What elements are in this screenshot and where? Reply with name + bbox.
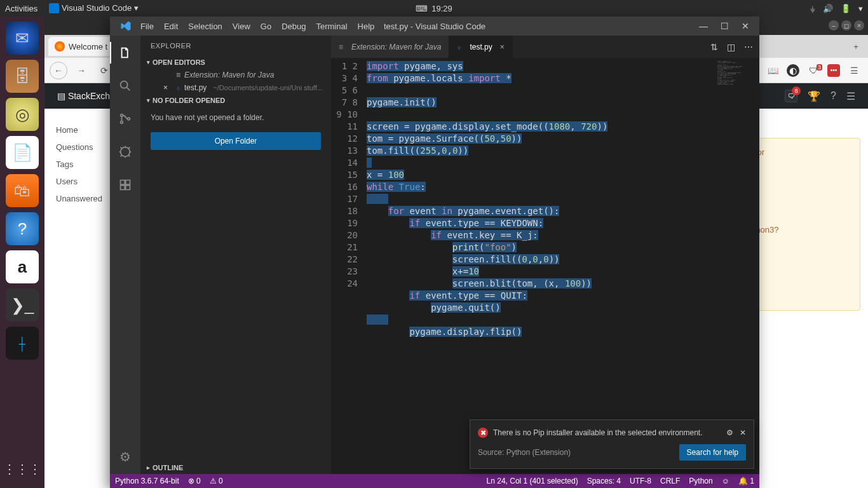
maximize-button[interactable]: ☐ xyxy=(721,21,729,31)
ff-close-icon[interactable]: × xyxy=(854,20,864,30)
open-folder-button[interactable]: Open Folder xyxy=(151,132,321,150)
minimap[interactable]: import pygame, sysfrom pygame.locals imp… xyxy=(715,58,759,474)
status-warnings[interactable]: ⚠ 0 xyxy=(210,477,223,485)
no-folder-section[interactable]: NO FOLDER OPENED xyxy=(140,94,331,107)
battery-icon[interactable]: 🔋 xyxy=(841,4,851,13)
close-editor-icon[interactable]: × xyxy=(163,83,172,92)
compare-icon[interactable]: ⇅ xyxy=(710,42,718,52)
status-encoding[interactable]: UTF-8 xyxy=(630,477,651,485)
svg-rect-8 xyxy=(126,186,130,190)
volume-icon[interactable]: 🔊 xyxy=(823,4,833,13)
sidebar-item-home[interactable]: Home xyxy=(50,121,114,139)
activities-label[interactable]: Activities xyxy=(5,4,37,13)
menu-selection[interactable]: Selection xyxy=(188,22,222,31)
rhythmbox-launcher[interactable]: ◎ xyxy=(6,98,39,131)
writer-launcher[interactable]: 📄 xyxy=(6,136,39,169)
sidebar-item-unanswered[interactable]: Unanswered xyxy=(50,190,114,207)
window-title: test.py - Visual Studio Code xyxy=(384,22,485,31)
python-file-icon: ⬨ xyxy=(176,83,180,92)
menu-help[interactable]: Help xyxy=(358,22,375,31)
notification-gear-icon[interactable]: ⚙ xyxy=(726,428,733,437)
ff-max-icon[interactable]: ◻ xyxy=(841,20,851,30)
open-editor-testpy[interactable]: × ⬨ test.py ~/Documents/update-uni/Uni s… xyxy=(140,81,331,94)
search-for-help-button[interactable]: Search for help xyxy=(679,444,746,461)
achievements-icon[interactable]: 🏆 xyxy=(808,90,820,102)
sidebar-item-users[interactable]: Users xyxy=(50,173,114,190)
tab-maven[interactable]: ≡ Extension: Maven for Java xyxy=(331,36,449,58)
keyboard-icon: ⌨ xyxy=(416,4,428,13)
inbox-button[interactable]: 🗨8 xyxy=(785,90,797,102)
notification-text: There is no Pip installer available in t… xyxy=(493,428,703,437)
clock[interactable]: 19:29 xyxy=(431,4,452,13)
settings-gear-icon[interactable]: ⚙ xyxy=(110,446,140,468)
menu-view[interactable]: View xyxy=(233,22,250,31)
back-button[interactable]: ← xyxy=(50,62,67,79)
close-tab-icon[interactable]: × xyxy=(500,43,505,51)
status-feedback-icon[interactable]: ☺ xyxy=(722,477,729,485)
open-editors-section[interactable]: OPEN EDITORS xyxy=(140,56,331,69)
editor-tabs: ≡ Extension: Maven for Java ⬨ test.py × … xyxy=(331,36,759,58)
shield-icon[interactable]: 🛡3 xyxy=(804,62,822,79)
close-button[interactable]: ✕ xyxy=(742,21,749,31)
notification-toast: ✖ There is no Pip installer available in… xyxy=(470,419,754,469)
menu-edit[interactable]: Edit xyxy=(164,22,178,31)
open-editor-maven[interactable]: ≡ Extension: Maven for Java xyxy=(140,69,331,81)
hamburger-icon[interactable]: ☰ xyxy=(845,62,863,79)
firefox-tab[interactable]: Welcome t xyxy=(48,37,114,56)
status-errors[interactable]: ⊗ 0 xyxy=(188,477,201,485)
help-icon[interactable]: ? xyxy=(831,90,836,102)
code-content[interactable]: import pygame, sys from pygame.locals im… xyxy=(367,58,715,474)
notification-close-icon[interactable]: ✕ xyxy=(740,428,746,437)
help-launcher[interactable]: ? xyxy=(6,212,39,245)
debug-icon[interactable] xyxy=(110,141,140,163)
split-editor-icon[interactable]: ◫ xyxy=(727,42,735,52)
thunderbird-launcher[interactable]: ✉ xyxy=(6,22,39,55)
gnome-top-bar: Activities Visual Studio Code ▾ ⌨ 19:29 … xyxy=(0,0,868,17)
active-app[interactable]: Visual Studio Code ▾ xyxy=(49,3,139,14)
status-python[interactable]: Python 3.6.7 64-bit xyxy=(115,477,179,485)
stackexchange-logo[interactable]: ▤ StackExcha xyxy=(57,91,115,101)
firefox-tab-icon xyxy=(55,41,65,51)
power-menu-icon[interactable]: ▾ xyxy=(858,4,863,13)
menu-terminal[interactable]: Terminal xyxy=(316,22,347,31)
scm-icon[interactable] xyxy=(110,108,140,130)
files-launcher[interactable]: 🗄 xyxy=(6,60,39,93)
forward-button[interactable]: → xyxy=(72,62,90,79)
status-spaces[interactable]: Spaces: 4 xyxy=(587,477,621,485)
status-cursor[interactable]: Ln 24, Col 1 (401 selected) xyxy=(487,477,578,485)
search-icon[interactable] xyxy=(110,75,140,97)
list-icon: ≡ xyxy=(176,71,180,79)
menu-file[interactable]: File xyxy=(140,22,154,31)
ff-min-icon[interactable]: – xyxy=(829,20,839,30)
new-tab-button[interactable]: + xyxy=(849,39,863,53)
site-switcher-icon[interactable]: ☰ xyxy=(846,90,855,102)
sidebar-item-questions[interactable]: Questions xyxy=(50,139,114,156)
vscode-launcher[interactable]: ⟊ xyxy=(6,327,39,360)
python-file-icon: ⬨ xyxy=(457,43,466,51)
svg-point-2 xyxy=(121,121,123,124)
wifi-icon[interactable]: ⏚ xyxy=(810,4,815,13)
terminal-launcher[interactable]: ❯_ xyxy=(6,288,39,322)
status-language[interactable]: Python xyxy=(689,477,712,485)
amazon-launcher[interactable]: a xyxy=(6,250,39,283)
menu-debug[interactable]: Debug xyxy=(281,22,306,31)
status-bell-icon[interactable]: 🔔 1 xyxy=(738,477,754,485)
code-editor[interactable]: 1 2 3 4 5 6 7 8 9 10 11 12 13 14 15 16 1… xyxy=(331,58,759,474)
minimize-button[interactable]: — xyxy=(699,21,708,31)
lastpass-icon[interactable]: ••• xyxy=(827,64,840,77)
software-launcher[interactable]: 🛍 xyxy=(6,174,39,207)
sidebar-item-tags[interactable]: Tags xyxy=(50,156,114,173)
outline-section[interactable]: OUTLINE xyxy=(140,461,331,474)
explorer-icon[interactable] xyxy=(110,42,140,64)
status-eol[interactable]: CRLF xyxy=(660,477,680,485)
pocket-icon[interactable]: ◐ xyxy=(787,64,799,77)
extensions-icon[interactable] xyxy=(110,174,140,196)
activity-bar: ⚙ xyxy=(110,36,140,474)
menu-go[interactable]: Go xyxy=(261,22,271,31)
svg-point-0 xyxy=(121,81,128,88)
tab-testpy[interactable]: ⬨ test.py × xyxy=(449,36,512,58)
reader-icon[interactable]: 📖 xyxy=(764,62,782,79)
launcher-dock: ✉ 🗄 ◎ 📄 🛍 ? a ❯_ ⟊ ⋮⋮⋮ xyxy=(0,17,44,488)
apps-grid-icon[interactable]: ⋮⋮⋮ xyxy=(3,461,41,477)
more-actions-icon[interactable]: ⋯ xyxy=(744,42,753,52)
